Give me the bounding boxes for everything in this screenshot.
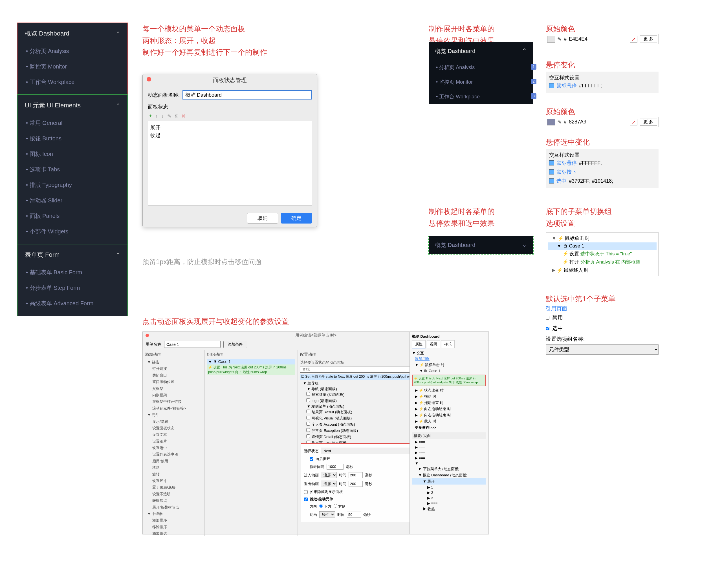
menu-header-ui[interactable]: UI 元素 UI Elements ⌃: [18, 96, 127, 115]
hover-link[interactable]: 鼠标悬停: [556, 82, 577, 89]
interval-input[interactable]: [327, 464, 344, 469]
out-anim-select[interactable]: 滚屏: [321, 481, 337, 487]
disable-checkbox[interactable]: [546, 316, 550, 320]
tab-properties[interactable]: 属性: [412, 340, 426, 349]
menu-header-form[interactable]: 表单页 Form ⌃: [18, 245, 127, 265]
show-if-hidden-checkbox[interactable]: [304, 490, 308, 494]
panel-name-input[interactable]: [183, 90, 312, 100]
up-icon[interactable]: ↑: [156, 113, 158, 119]
group-select[interactable]: 元件类型: [546, 344, 659, 355]
highlighted-action[interactable]: ⚡ 设置 This 为 Next 滚屏 out 200ms 滚屏 in 200m…: [412, 375, 486, 386]
swatch[interactable]: [547, 119, 555, 125]
state-item[interactable]: 展开: [150, 124, 309, 131]
preview-header[interactable]: 概览 Dashboard ⌃: [429, 42, 533, 60]
in-time-input[interactable]: [349, 472, 363, 478]
dir-down-radio[interactable]: [319, 504, 323, 508]
eyedropper-icon[interactable]: ↗: [630, 119, 637, 125]
action-item[interactable]: 添加筛选: [147, 530, 202, 536]
push-time-input[interactable]: [347, 511, 361, 518]
action-item[interactable]: 设置选中: [147, 444, 202, 451]
action-item[interactable]: 窗口滚动位置: [147, 379, 202, 385]
action-item[interactable]: 滚动到元件<锚链接>: [147, 405, 202, 412]
action-line[interactable]: ⚡ 设置 This 为 Next 滚屏 out 200ms 滚屏 in 200m…: [207, 364, 295, 375]
preview-item[interactable]: • 分析页 Analysis1: [429, 60, 533, 75]
action-item[interactable]: 展开/折叠树节点: [147, 504, 202, 510]
press-link[interactable]: 鼠标按下: [556, 169, 577, 175]
add-condition-button[interactable]: 添加条件: [223, 341, 247, 348]
more-events[interactable]: 更多事件>>>: [412, 424, 486, 431]
action-item[interactable]: 显示/隐藏: [147, 418, 202, 425]
close-icon[interactable]: [146, 334, 149, 337]
preview-item[interactable]: • 工作台 Workplace3: [429, 89, 533, 104]
action-item[interactable]: 启用/禁用: [147, 458, 202, 464]
preview-item[interactable]: • 监控页 Monitor2: [429, 75, 533, 89]
selected-checkbox[interactable]: [546, 327, 550, 330]
menu-item[interactable]: 常用 General: [18, 115, 127, 131]
copy-icon[interactable]: ⎘: [175, 113, 178, 119]
menu-item[interactable]: 面板 Panels: [18, 208, 127, 224]
swatch[interactable]: [547, 36, 555, 43]
pencil-icon[interactable]: ✎: [557, 36, 561, 42]
action-item[interactable]: 内嵌框架: [147, 392, 202, 398]
hex-value[interactable]: 8287A9: [569, 119, 628, 125]
menu-item[interactable]: 小部件 Widgets: [18, 224, 127, 239]
case-name-input[interactable]: [164, 341, 221, 348]
menu-item[interactable]: 工作台 Workplace: [18, 75, 127, 90]
action-item[interactable]: 设置不透明: [147, 491, 202, 497]
menu-item[interactable]: 选项卡 Tabs: [18, 162, 127, 177]
push-anim-select[interactable]: 线性: [319, 511, 335, 518]
out-time-input[interactable]: [349, 481, 363, 487]
loop-checkbox[interactable]: [310, 457, 313, 461]
action-item[interactable]: 设置文本: [147, 431, 202, 438]
menu-item[interactable]: 排版 Typography: [18, 177, 127, 193]
hex-value[interactable]: E4E4E4: [569, 36, 628, 42]
menu-header-dashboard[interactable]: 概览 Dashboard ⌃: [18, 24, 127, 43]
ref-page-link[interactable]: 引用页面: [546, 305, 659, 312]
menu-item[interactable]: 分步表单 Step Form: [18, 280, 127, 296]
action-item[interactable]: 父框架: [147, 385, 202, 392]
state-list[interactable]: 展开 收起: [148, 121, 312, 206]
in-anim-select[interactable]: 滚屏: [321, 472, 337, 478]
menu-item[interactable]: 基础表单 Basic Form: [18, 265, 127, 280]
menu-item[interactable]: 监控页 Monitor: [18, 59, 127, 75]
action-item[interactable]: 设置面板状态: [147, 425, 202, 431]
action-item[interactable]: 打开链接: [147, 365, 202, 372]
add-icon[interactable]: +: [149, 113, 152, 119]
push-checkbox[interactable]: [304, 498, 308, 501]
pencil-icon[interactable]: ✎: [557, 119, 561, 125]
delete-icon[interactable]: ✕: [181, 113, 186, 119]
case-node[interactable]: ▼ 🗎 Case 1: [548, 243, 657, 250]
menu-item[interactable]: 高级表单 Advanced Form: [18, 296, 127, 311]
action-item[interactable]: 关闭窗口: [147, 372, 202, 379]
hover-link[interactable]: 鼠标悬停: [556, 160, 577, 166]
more-button[interactable]: 更 多: [640, 35, 657, 43]
state-item[interactable]: 收起: [150, 131, 309, 139]
menu-item[interactable]: 按钮 Buttons: [18, 131, 127, 146]
add-case-link[interactable]: 添加用例: [412, 356, 486, 362]
ok-button[interactable]: 确定: [281, 213, 312, 224]
cancel-button[interactable]: 取消: [247, 213, 278, 224]
menu-item[interactable]: 分析页 Analysis: [18, 43, 127, 59]
menu-item[interactable]: 图标 Icon: [18, 146, 127, 162]
action-item[interactable]: 添加排序: [147, 517, 202, 523]
action-item[interactable]: 设置图片: [147, 438, 202, 444]
edit-icon[interactable]: ✎: [167, 113, 171, 119]
eyedropper-icon[interactable]: ↗: [630, 36, 637, 43]
action-item[interactable]: 设置尺寸: [147, 478, 202, 484]
more-button[interactable]: 更 多: [640, 118, 657, 126]
action-item[interactable]: 旋转: [147, 471, 202, 478]
action-node[interactable]: 打开 分析页 Analysis 在 内部框架: [548, 258, 657, 266]
action-node[interactable]: 设置 选中状态于 This = "true": [548, 250, 657, 258]
action-item[interactable]: 获取焦点: [147, 497, 202, 504]
action-item[interactable]: 在框架中打开链接: [147, 398, 202, 405]
tab-style[interactable]: 样式: [441, 340, 455, 348]
tab-notes[interactable]: 说明: [427, 340, 440, 348]
down-icon[interactable]: ↓: [161, 113, 164, 119]
action-item[interactable]: 移除排序: [147, 524, 202, 530]
select-link[interactable]: 选中: [556, 177, 566, 184]
action-item[interactable]: 置于顶层/底层: [147, 484, 202, 490]
action-item[interactable]: 设置列表选中项: [147, 451, 202, 458]
close-icon[interactable]: [147, 77, 151, 82]
preview-header[interactable]: 概览 Dashboard ⌄: [429, 236, 533, 254]
menu-item[interactable]: 滑动器 Slider: [18, 193, 127, 208]
